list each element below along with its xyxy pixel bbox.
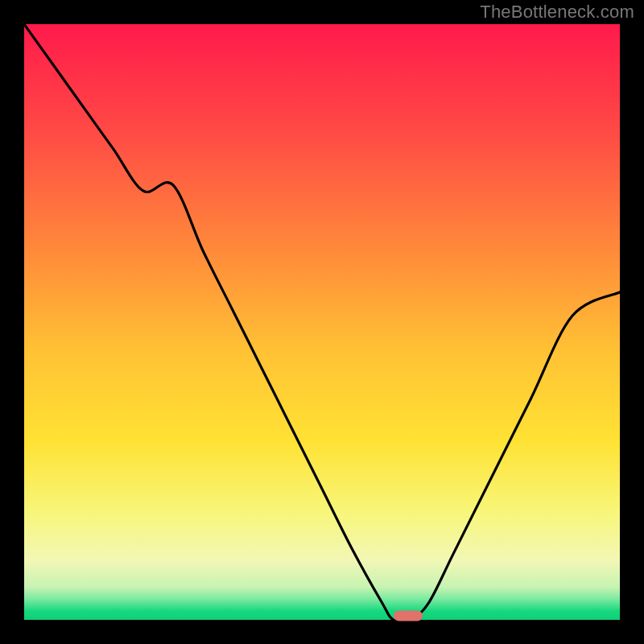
bottleneck-chart (24, 24, 620, 620)
optimal-marker (394, 610, 423, 621)
gradient-background (24, 24, 620, 620)
plot-area (24, 24, 620, 620)
watermark-text: TheBottleneck.com (480, 2, 634, 23)
chart-frame: TheBottleneck.com (0, 0, 644, 644)
